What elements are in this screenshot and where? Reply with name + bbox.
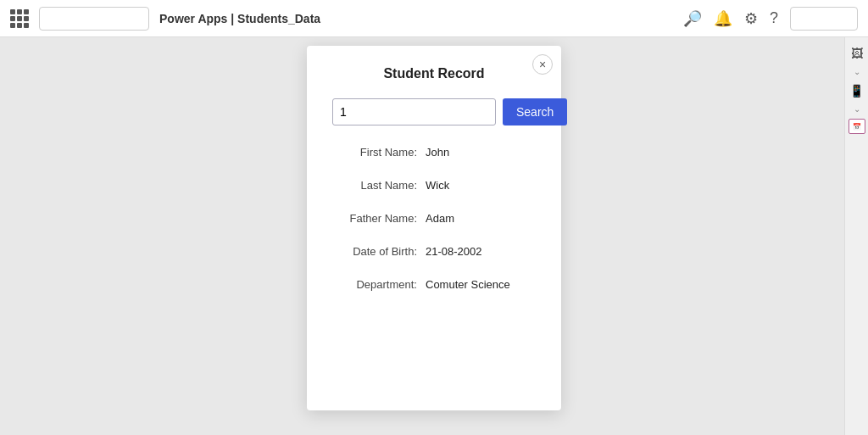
- topbar-avatar-input[interactable]: [790, 7, 858, 31]
- lastname-label: Last Name:: [332, 179, 426, 192]
- field-row-fathername: Father Name: Adam: [332, 212, 536, 225]
- dialog-close-button[interactable]: ×: [532, 54, 553, 75]
- dialog-overlay: × Student Record Search First Name: John…: [0, 37, 868, 435]
- firstname-value: John: [426, 146, 449, 159]
- fathername-value: Adam: [426, 212, 454, 225]
- grid-menu-icon[interactable]: [10, 9, 29, 28]
- calendar-icon[interactable]: 📅: [849, 119, 865, 134]
- field-row-dob: Date of Birth: 21-08-2002: [332, 245, 536, 258]
- student-record-dialog: × Student Record Search First Name: John…: [307, 46, 561, 410]
- field-row-department: Department: Comuter Science: [332, 278, 536, 291]
- student-search-input[interactable]: [332, 98, 496, 125]
- app-title: Power Apps | Students_Data: [159, 12, 320, 25]
- topbar: Power Apps | Students_Data 🔎 🔔 ⚙ ?: [0, 0, 868, 37]
- fathername-label: Father Name:: [332, 212, 426, 225]
- topbar-right-icons: 🔎 🔔 ⚙ ?: [683, 7, 858, 31]
- help-icon[interactable]: ?: [770, 9, 778, 27]
- main-area: × Student Record Search First Name: John…: [0, 37, 868, 435]
- search-row: Search: [332, 98, 536, 125]
- topbar-search-input[interactable]: [39, 7, 149, 31]
- notification-icon[interactable]: 🔔: [714, 9, 732, 28]
- dob-label: Date of Birth:: [332, 245, 426, 258]
- search-button[interactable]: Search: [503, 98, 567, 125]
- dialog-title: Student Record: [332, 66, 536, 81]
- department-value: Comuter Science: [426, 278, 510, 291]
- field-row-lastname: Last Name: Wick: [332, 179, 536, 192]
- field-row-firstname: First Name: John: [332, 146, 536, 159]
- settings-icon[interactable]: ⚙: [744, 9, 758, 28]
- alien-icon[interactable]: 🔎: [683, 9, 702, 28]
- lastname-value: Wick: [426, 179, 449, 192]
- department-label: Department:: [332, 278, 426, 291]
- dob-value: 21-08-2002: [426, 245, 482, 258]
- firstname-label: First Name:: [332, 146, 426, 159]
